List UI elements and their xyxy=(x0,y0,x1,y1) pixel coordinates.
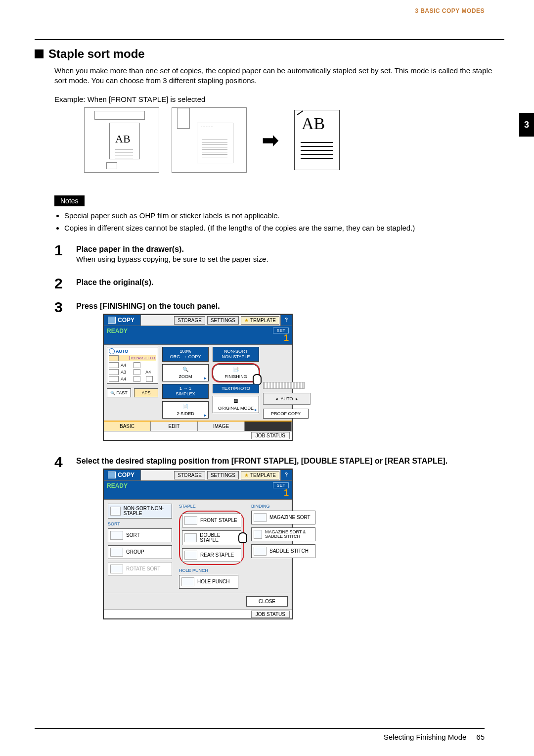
non-sort-indicator[interactable]: NON-SORT NON-STAPLE xyxy=(213,347,259,362)
rule-top xyxy=(35,39,504,40)
illus-ab-text: AB xyxy=(115,133,131,145)
finishing-icon: 📑 xyxy=(231,367,241,374)
opt-rotate-sort[interactable]: ROTATE SORT xyxy=(108,562,172,576)
job-status-button[interactable]: JOB STATUS xyxy=(251,432,290,439)
group-title-sort: SORT xyxy=(108,521,172,526)
help-button[interactable]: ? xyxy=(280,315,292,326)
non-sort-icon xyxy=(110,507,121,516)
drawer-selector[interactable]: AUTO BYPASS FEED A4 A3 A4 A4 xyxy=(107,347,158,384)
opt-magazine-sort[interactable]: MAGAZINE SORT xyxy=(251,511,315,524)
chevron-right-icon: ▸ xyxy=(255,407,257,412)
saddle-stitch-icon xyxy=(254,547,267,556)
step-2: 2 Place the original(s). xyxy=(54,276,499,291)
tab-blank xyxy=(245,422,292,431)
copy-icon xyxy=(108,317,116,324)
running-head: 3 BASIC COPY MODES xyxy=(35,7,504,14)
example-label: Example: When [FRONT STAPLE] is selected xyxy=(54,95,499,103)
opt-hole-punch[interactable]: HOLE PUNCH xyxy=(179,575,238,589)
rotate-sort-icon xyxy=(110,565,123,573)
opt-sort[interactable]: SORT xyxy=(108,528,172,542)
step-number: 4 xyxy=(54,455,68,624)
opt-saddle-stitch[interactable]: SADDLE STITCH xyxy=(251,544,315,558)
step-4: 4 Select the desired stapling position f… xyxy=(54,455,499,624)
opt-front-staple[interactable]: FRONT STAPLE xyxy=(182,514,241,527)
left-arrow-icon: ◂ xyxy=(275,396,278,401)
rear-staple-icon xyxy=(184,551,197,560)
tab-edit[interactable]: EDIT xyxy=(151,422,198,431)
panel-tab-bar: BASIC EDIT IMAGE xyxy=(104,421,292,431)
star-icon: ★ xyxy=(244,472,249,478)
help-button[interactable]: ? xyxy=(280,470,292,480)
aps-button[interactable]: APS xyxy=(134,388,158,397)
opt-double-staple[interactable]: DOUBLE STAPLE xyxy=(182,530,241,545)
notes-badge: Notes xyxy=(54,195,85,206)
step-title: Place the original(s). xyxy=(76,278,499,287)
panel-copy-label: COPY xyxy=(118,472,134,478)
panel-mode-copy[interactable]: COPY xyxy=(104,315,141,326)
set-count: 1 xyxy=(284,488,289,498)
two-sided-button[interactable]: 📄 2-SIDED ▸ xyxy=(162,401,209,419)
notes-list: Special paper such as OHP film or sticke… xyxy=(64,210,499,233)
step-number: 1 xyxy=(54,243,68,267)
original-mode-button[interactable]: 🖼 ORIGINAL MODE ▸ xyxy=(213,396,259,413)
two-sided-icon: 📄 xyxy=(180,404,190,411)
settings-button[interactable]: SETTINGS xyxy=(207,471,239,479)
illus-output-tray xyxy=(172,107,247,173)
step-1: 1 Place paper in the drawer(s). When usi… xyxy=(54,243,499,267)
step-number: 2 xyxy=(54,276,68,291)
hand-cursor-icon xyxy=(253,374,264,385)
tab-image[interactable]: IMAGE xyxy=(198,422,245,431)
set-count: 1 xyxy=(284,333,289,343)
touch-panel-finishing: COPY STORAGE SETTINGS ★ TEMPLATE ? READY xyxy=(103,469,293,619)
group-title-binding: BINDING xyxy=(251,504,315,509)
opt-magazine-saddle[interactable]: MAGAZINE SORT & SADDLE STITCH xyxy=(251,527,315,541)
status-ready: READY xyxy=(107,328,128,334)
right-arrow-icon: ▸ xyxy=(296,396,298,401)
front-staple-icon xyxy=(184,516,197,525)
illustration-row: AB ➡ AB xyxy=(84,107,499,173)
fast-button[interactable]: 🔍 FAST xyxy=(107,388,131,397)
template-button[interactable]: ★ TEMPLATE xyxy=(241,316,279,325)
settings-button[interactable]: SETTINGS xyxy=(207,316,239,325)
section-heading: Staple sort mode xyxy=(48,47,145,61)
auto-density-button[interactable]: ◂ AUTO ▸ xyxy=(263,393,311,405)
intro-paragraph: When you make more than one set of copie… xyxy=(54,66,499,86)
footer-section-title: Selecting Finishing Mode xyxy=(384,733,467,741)
finishing-button[interactable]: 📑 FINISHING ▸ xyxy=(213,364,259,381)
storage-button[interactable]: STORAGE xyxy=(174,316,205,325)
note-item: Special paper such as OHP film or sticke… xyxy=(64,210,499,221)
hole-punch-icon xyxy=(181,577,194,586)
opt-group[interactable]: GROUP xyxy=(108,545,172,559)
text-photo-indicator[interactable]: TEXT/PHOTO xyxy=(213,384,259,393)
touch-panel-basic: COPY STORAGE SETTINGS ★ TEMPLATE ? READY xyxy=(103,314,293,441)
step-title: Select the desired stapling position fro… xyxy=(76,457,499,466)
proof-copy-button[interactable]: PROOF COPY xyxy=(263,409,309,419)
arrow-icon: ➡ xyxy=(259,129,282,151)
footer-page-number: 65 xyxy=(476,733,485,741)
star-icon: ★ xyxy=(244,318,249,323)
illus-adf-with-original: AB xyxy=(84,107,159,173)
job-status-button[interactable]: JOB STATUS xyxy=(251,611,290,618)
panel-mode-copy[interactable]: COPY xyxy=(104,470,141,480)
hand-cursor-icon xyxy=(238,532,249,543)
sort-icon xyxy=(110,531,123,540)
density-ruler xyxy=(263,382,305,389)
original-mode-icon: 🖼 xyxy=(231,398,241,405)
step-title: Press [FINISHING] on the touch panel. xyxy=(76,302,499,311)
group-title-hole: HOLE PUNCH xyxy=(179,568,244,573)
tab-basic[interactable]: BASIC xyxy=(104,422,151,431)
opt-non-sort[interactable]: NON-SORT NON-STAPLE xyxy=(108,504,172,519)
chevron-right-icon: ▸ xyxy=(204,413,207,418)
storage-button[interactable]: STORAGE xyxy=(174,471,205,479)
simplex-button[interactable]: 1 → 1 SIMPLEX xyxy=(162,384,209,399)
template-button[interactable]: ★ TEMPLATE xyxy=(241,471,279,479)
illus-output-ab: AB xyxy=(302,114,325,133)
opt-rear-staple[interactable]: REAR STAPLE xyxy=(182,548,241,562)
zoom-ratio-button[interactable]: 100% ORG. → COPY xyxy=(162,347,209,362)
close-button[interactable]: CLOSE xyxy=(246,596,288,607)
illus-stapled-output: AB xyxy=(294,110,340,170)
staple-group-highlight: FRONT STAPLE DOUBLE STAPLE REAR STAPLE xyxy=(179,511,244,565)
step-title: Place paper in the drawer(s). xyxy=(76,245,499,254)
magnifier-icon xyxy=(109,348,115,354)
zoom-button[interactable]: 🔍 ZOOM ▸ xyxy=(162,364,209,381)
